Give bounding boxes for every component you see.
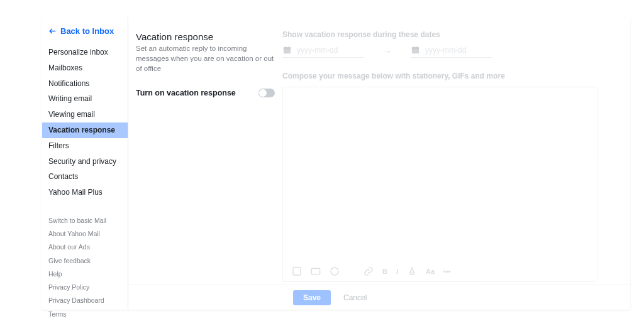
link-switch-basic[interactable]: Switch to basic Mail — [42, 214, 128, 227]
svg-rect-6 — [412, 47, 419, 49]
gif-icon[interactable] — [311, 266, 321, 276]
vacation-toggle-label: Turn on vacation response — [136, 89, 236, 97]
settings-form-column: Show vacation response during these date… — [282, 18, 630, 285]
sidebar: Back to Inbox Personalize inbox Mailboxe… — [42, 18, 128, 310]
nav-writing-email[interactable]: Writing email — [42, 91, 128, 107]
link-icon[interactable] — [364, 266, 374, 276]
save-button[interactable]: Save — [293, 290, 331, 305]
svg-rect-8 — [416, 46, 417, 48]
nav-yahoo-mail-plus[interactable]: Yahoo Mail Plus — [42, 185, 128, 200]
svg-rect-1 — [284, 47, 291, 53]
nav-filters[interactable]: Filters — [42, 138, 128, 154]
end-date-field[interactable] — [411, 45, 492, 58]
footer-actions: Save Cancel — [128, 285, 630, 310]
cancel-button[interactable]: Cancel — [343, 293, 367, 302]
nav-mailboxes[interactable]: Mailboxes — [42, 60, 128, 76]
calendar-icon — [411, 45, 420, 55]
compose-body[interactable] — [283, 87, 597, 261]
svg-rect-2 — [284, 47, 291, 49]
emoji-icon[interactable] — [330, 266, 340, 276]
nav-personalize-inbox[interactable]: Personalize inbox — [42, 45, 128, 60]
link-privacy-policy[interactable]: Privacy Policy — [42, 281, 128, 294]
page-subtitle: Set an automatic reply to incoming messa… — [136, 43, 275, 73]
start-date-input[interactable] — [297, 46, 364, 55]
nav-contacts[interactable]: Contacts — [42, 169, 128, 185]
italic-button[interactable]: I — [396, 268, 398, 275]
arrow-right-icon: → — [383, 46, 392, 57]
storage-info: 1 TB of storage 0.01 % used — [42, 321, 128, 326]
secondary-nav: Switch to basic Mail About Yahoo Mail Ab… — [42, 214, 128, 321]
svg-point-11 — [331, 268, 338, 275]
link-terms[interactable]: Terms — [42, 308, 128, 321]
link-privacy-dashboard[interactable]: Privacy Dashboard — [42, 294, 128, 307]
bold-button[interactable]: B — [382, 268, 387, 275]
dates-section-label: Show vacation response during these date… — [282, 30, 623, 39]
arrow-left-icon — [48, 27, 57, 35]
end-date-input[interactable] — [425, 46, 492, 55]
nav-notifications[interactable]: Notifications — [42, 76, 128, 92]
main-content: Vacation response Set an automatic reply… — [128, 18, 630, 310]
settings-panel: Back to Inbox Personalize inbox Mailboxe… — [42, 18, 630, 310]
settings-nav: Personalize inbox Mailboxes Notification… — [42, 45, 128, 200]
nav-security-privacy[interactable]: Security and privacy — [42, 154, 128, 170]
link-help[interactable]: Help — [42, 268, 128, 281]
stationery-icon[interactable] — [292, 266, 302, 276]
link-about-our-ads[interactable]: About our Ads — [42, 241, 128, 254]
nav-viewing-email[interactable]: Viewing email — [42, 107, 128, 122]
back-to-inbox-link[interactable]: Back to Inbox — [42, 26, 128, 42]
calendar-icon — [282, 45, 292, 55]
link-give-feedback[interactable]: Give feedback — [42, 254, 128, 268]
page-title: Vacation response — [136, 31, 275, 42]
compose-section-label: Compose your message below with statione… — [282, 72, 623, 80]
text-color-icon[interactable] — [407, 266, 417, 276]
back-to-inbox-label: Back to Inbox — [60, 26, 114, 36]
compose-toolbar: B I Aa ••• — [283, 261, 597, 281]
settings-description-column: Vacation response Set an automatic reply… — [128, 18, 282, 285]
more-formatting-button[interactable]: ••• — [443, 268, 451, 275]
compose-editor[interactable]: B I Aa ••• — [282, 87, 597, 282]
nav-vacation-response[interactable]: Vacation response — [42, 122, 128, 138]
svg-rect-9 — [293, 268, 301, 275]
svg-rect-5 — [412, 47, 419, 53]
svg-rect-4 — [288, 46, 289, 48]
svg-rect-3 — [285, 46, 286, 48]
svg-rect-10 — [311, 268, 319, 274]
font-button[interactable]: Aa — [426, 268, 435, 275]
vacation-toggle[interactable] — [258, 89, 275, 97]
svg-rect-7 — [413, 46, 414, 48]
start-date-field[interactable] — [282, 45, 364, 58]
link-about-yahoo-mail[interactable]: About Yahoo Mail — [42, 227, 128, 241]
